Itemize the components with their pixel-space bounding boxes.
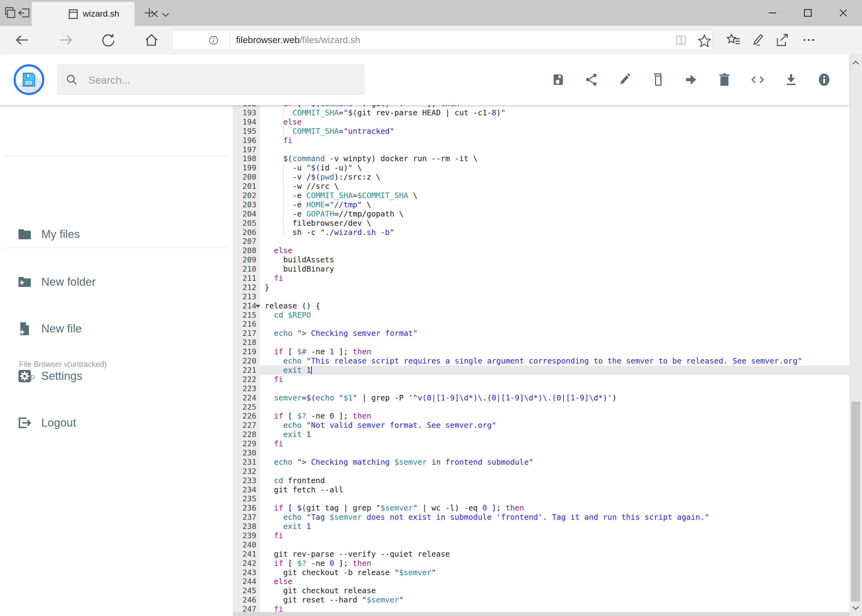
copy-button[interactable]: [651, 73, 665, 86]
code-line[interactable]: 241 git rev-parse --verify --quiet relea…: [233, 550, 849, 559]
sidebar-item-settings[interactable]: Settings: [0, 359, 233, 393]
code-line[interactable]: 240: [233, 541, 849, 550]
code-line[interactable]: 227 echo "Not valid semver format. See s…: [233, 421, 849, 430]
sidebar-item-new-folder[interactable]: New folder: [0, 265, 233, 299]
code-line[interactable]: 236 if [ $(git tag | grep "$semver" | wc…: [233, 503, 849, 513]
code-line[interactable]: 226 if [ $? -ne 0 ]; then: [233, 412, 849, 421]
share-page-icon[interactable]: [774, 33, 789, 47]
code-line[interactable]: 232: [233, 467, 849, 476]
code-line[interactable]: 233 cd frontend: [233, 476, 849, 485]
move-button[interactable]: [684, 73, 698, 86]
code-line[interactable]: 246 git reset --hard "$semver": [233, 596, 849, 605]
maximize-button[interactable]: [799, 4, 816, 22]
new-tab-icon[interactable]: [143, 6, 156, 19]
delete-button[interactable]: [718, 73, 731, 86]
sidebar: File Browser v(untracked) Help My filesN…: [0, 105, 233, 616]
code-line[interactable]: 204 -e GOPATH=//tmp/gopath \: [233, 209, 849, 218]
code-line[interactable]: 229 fi: [233, 439, 849, 448]
tab-list-chevron-icon[interactable]: [160, 9, 173, 22]
code-line[interactable]: 205 filebrowser/dev \: [233, 218, 849, 228]
page-scrollbar[interactable]: [849, 54, 862, 616]
fold-marker-icon[interactable]: [255, 305, 260, 308]
code-line[interactable]: 221 exit 1: [233, 366, 849, 375]
reading-view-icon[interactable]: [674, 34, 688, 47]
code-editor[interactable]: 192 if [ "$(command -v git)" != "" ]; th…: [233, 105, 849, 616]
code-line[interactable]: 208 else: [233, 246, 849, 255]
rename-button[interactable]: [618, 73, 632, 86]
sidebar-item-new-file[interactable]: New file: [0, 312, 233, 346]
favorites-hub-icon[interactable]: [726, 33, 741, 47]
code-line[interactable]: 224 semver=$(echo "$1" | grep -P '^v(0|[…: [233, 393, 849, 402]
code-line[interactable]: 230: [233, 448, 849, 457]
scroll-up-icon[interactable]: [852, 59, 860, 67]
code-line[interactable]: 200 -v /$(pwd):/src:z \: [233, 173, 849, 182]
code-line[interactable]: 218: [233, 338, 849, 347]
refresh-icon[interactable]: [101, 33, 116, 47]
code-line[interactable]: 197: [233, 145, 849, 154]
code-line[interactable]: 202 -e COMMIT_SHA=$COMMIT_SHA \: [233, 191, 849, 200]
code-line[interactable]: 198 $(command -v winpty) docker run --rm…: [233, 154, 849, 163]
code-line[interactable]: 216: [233, 319, 849, 329]
code-line[interactable]: 238 exit 1: [233, 522, 849, 531]
code-line[interactable]: 228 exit 1: [233, 430, 849, 439]
code-line[interactable]: 210 buildBinary: [233, 264, 849, 274]
code-line[interactable]: 235: [233, 494, 849, 503]
minimize-button[interactable]: [764, 4, 781, 22]
search-input[interactable]: [88, 64, 354, 96]
address-bar[interactable]: filebrowser.web/files/wizard.sh: [172, 30, 712, 50]
code-view-button[interactable]: [751, 73, 764, 86]
set-aside-tabs-icon[interactable]: [18, 6, 31, 19]
filebrowser-logo[interactable]: [14, 64, 44, 95]
scrollbar-thumb[interactable]: [851, 402, 860, 602]
scroll-down-icon[interactable]: [852, 604, 860, 612]
code-line[interactable]: 242 if [ $? -ne 0 ]; then: [233, 559, 849, 568]
close-window-button[interactable]: [835, 4, 852, 22]
code-line[interactable]: 225: [233, 402, 849, 412]
code-line[interactable]: 203 -e HOME="//tmp" \: [233, 200, 849, 209]
favorite-star-icon[interactable]: [698, 34, 711, 47]
code-line[interactable]: 206 sh -c "./wizard.sh -b": [233, 228, 849, 237]
code-line[interactable]: 192 if [ "$(command -v git)" != "" ]; th…: [233, 105, 849, 108]
site-info-icon[interactable]: [209, 36, 218, 45]
code-line[interactable]: 219 if [ $# -ne 1 ]; then: [233, 347, 849, 357]
code-line[interactable]: 244 else: [233, 577, 849, 586]
code-line[interactable]: 209 buildAssets: [233, 255, 849, 264]
code-line[interactable]: 213: [233, 292, 849, 302]
code-line[interactable]: 207: [233, 237, 849, 246]
share-button[interactable]: [585, 73, 598, 86]
code-line[interactable]: 199 -u "$(id -u)" \: [233, 163, 849, 173]
info-button[interactable]: [817, 73, 831, 86]
code-line[interactable]: 194 else: [233, 118, 849, 127]
search-box[interactable]: [57, 64, 365, 95]
code-line[interactable]: 243 git checkout -b release "$semver": [233, 568, 849, 577]
forward-icon[interactable]: [58, 33, 73, 47]
code-line[interactable]: 201 -w //src \: [233, 182, 849, 191]
code-line[interactable]: 214release () {: [233, 302, 849, 311]
more-options-icon[interactable]: [801, 33, 816, 47]
code-line[interactable]: 222 fi: [233, 375, 849, 384]
code-line[interactable]: 234 git fetch --all: [233, 485, 849, 495]
code-line[interactable]: 220 echo "This release script requires a…: [233, 357, 849, 366]
save-button[interactable]: [552, 73, 565, 86]
code-line[interactable]: 239 fi: [233, 531, 849, 541]
sidebar-item-my-files[interactable]: My files: [0, 217, 233, 251]
code-line[interactable]: 193 COMMIT_SHA="$(git rev-parse HEAD | c…: [233, 108, 849, 118]
code-line[interactable]: 211 fi: [233, 274, 849, 283]
editor-horizontal-scrollbar[interactable]: [233, 612, 849, 616]
code-line[interactable]: 217 echo "> Checking semver format": [233, 329, 849, 338]
code-line[interactable]: 212}: [233, 283, 849, 292]
annotate-pen-icon[interactable]: [750, 33, 765, 47]
back-icon[interactable]: [15, 33, 30, 47]
home-icon[interactable]: [144, 33, 159, 47]
browser-tab[interactable]: wizard.sh: [32, 2, 134, 26]
code-line[interactable]: 196 fi: [233, 136, 849, 145]
code-line[interactable]: 231 echo "> Checking matching $semver in…: [233, 457, 849, 467]
code-line[interactable]: 237 echo "Tag $semver does not exist in …: [233, 513, 849, 522]
tab-preview-icon[interactable]: [4, 6, 17, 19]
code-line[interactable]: 223: [233, 384, 849, 393]
code-line[interactable]: 195 COMMIT_SHA="untracked": [233, 127, 849, 136]
sidebar-item-logout[interactable]: Logout: [0, 406, 233, 440]
code-line[interactable]: 215 cd $REPO: [233, 311, 849, 320]
download-button[interactable]: [784, 73, 798, 86]
code-line[interactable]: 245 git checkout release: [233, 586, 849, 596]
